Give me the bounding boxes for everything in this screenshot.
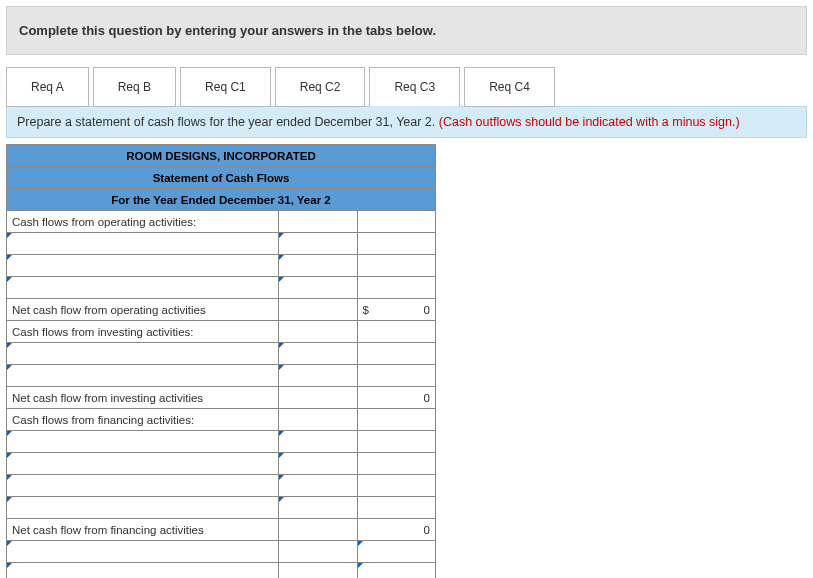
- fin-line2-label[interactable]: [7, 453, 279, 475]
- inv-section-col2: [357, 321, 435, 343]
- inv-net-col1: [279, 387, 357, 409]
- tab-req-c1[interactable]: Req C1: [180, 67, 271, 107]
- inv-line2-amt[interactable]: [279, 365, 357, 387]
- sub-instructions-main: Prepare a statement of cash flows for th…: [17, 115, 439, 129]
- fin-line2-col2: [357, 453, 435, 475]
- dollar-sign: $: [363, 304, 369, 316]
- op-line3-label[interactable]: [7, 277, 279, 299]
- inv-line2-label[interactable]: [7, 365, 279, 387]
- fin-net-zero: 0: [424, 524, 430, 536]
- fin-section-label: Cash flows from financing activities:: [7, 409, 279, 431]
- cashflow-table: ROOM DESIGNS, INCORPORATED Statement of …: [6, 144, 436, 578]
- inv-net-value: 0: [357, 387, 435, 409]
- op-line3-amt[interactable]: [279, 277, 357, 299]
- inv-line1-col2: [357, 343, 435, 365]
- extra-line1-amt[interactable]: [357, 541, 435, 563]
- extra-line1-col1: [279, 541, 357, 563]
- fin-net-label: Net cash flow from financing activities: [7, 519, 279, 541]
- fin-line4-col2: [357, 497, 435, 519]
- op-line1-col2: [357, 233, 435, 255]
- tab-req-c3[interactable]: Req C3: [369, 67, 460, 107]
- sub-instructions-warn: (Cash outflows should be indicated with …: [439, 115, 740, 129]
- fin-line1-amt[interactable]: [279, 431, 357, 453]
- instructions-banner: Complete this question by entering your …: [6, 6, 807, 55]
- op-section-label: Cash flows from operating activities:: [7, 211, 279, 233]
- op-line1-amt[interactable]: [279, 233, 357, 255]
- inv-net-zero: 0: [424, 392, 430, 404]
- inv-line1-label[interactable]: [7, 343, 279, 365]
- extra-line2-label[interactable]: [7, 563, 279, 579]
- cell-op-section-col1: [279, 211, 357, 233]
- op-line1-label[interactable]: [7, 233, 279, 255]
- tab-req-c4[interactable]: Req C4: [464, 67, 555, 107]
- fin-line3-label[interactable]: [7, 475, 279, 497]
- header-title: Statement of Cash Flows: [7, 167, 436, 189]
- op-net-zero: 0: [424, 304, 430, 316]
- tab-req-b[interactable]: Req B: [93, 67, 176, 107]
- header-company: ROOM DESIGNS, INCORPORATED: [7, 145, 436, 167]
- fin-net-value: 0: [357, 519, 435, 541]
- fin-line4-label[interactable]: [7, 497, 279, 519]
- fin-line2-amt[interactable]: [279, 453, 357, 475]
- op-line2-amt[interactable]: [279, 255, 357, 277]
- fin-section-col2: [357, 409, 435, 431]
- tab-req-c2[interactable]: Req C2: [275, 67, 366, 107]
- inv-section-col1: [279, 321, 357, 343]
- fin-line3-amt[interactable]: [279, 475, 357, 497]
- inv-line1-amt[interactable]: [279, 343, 357, 365]
- op-net-col1: [279, 299, 357, 321]
- inv-line2-col2: [357, 365, 435, 387]
- fin-line1-label[interactable]: [7, 431, 279, 453]
- fin-line3-col2: [357, 475, 435, 497]
- fin-net-col1: [279, 519, 357, 541]
- extra-line2-amt[interactable]: [357, 563, 435, 579]
- fin-line4-amt[interactable]: [279, 497, 357, 519]
- extra-line1-label[interactable]: [7, 541, 279, 563]
- op-line3-col2: [357, 277, 435, 299]
- sub-instructions: Prepare a statement of cash flows for th…: [6, 106, 807, 138]
- tab-req-a[interactable]: Req A: [6, 67, 89, 107]
- inv-section-label: Cash flows from investing activities:: [7, 321, 279, 343]
- tabs-row: Req A Req B Req C1 Req C2 Req C3 Req C4: [6, 67, 807, 107]
- inv-net-label: Net cash flow from investing activities: [7, 387, 279, 409]
- fin-section-col1: [279, 409, 357, 431]
- op-net-value: $ 0: [357, 299, 435, 321]
- header-period: For the Year Ended December 31, Year 2: [7, 189, 436, 211]
- extra-line2-col1: [279, 563, 357, 579]
- cell-op-section-col2: [357, 211, 435, 233]
- fin-line1-col2: [357, 431, 435, 453]
- op-net-label: Net cash flow from operating activities: [7, 299, 279, 321]
- op-line2-col2: [357, 255, 435, 277]
- op-line2-label[interactable]: [7, 255, 279, 277]
